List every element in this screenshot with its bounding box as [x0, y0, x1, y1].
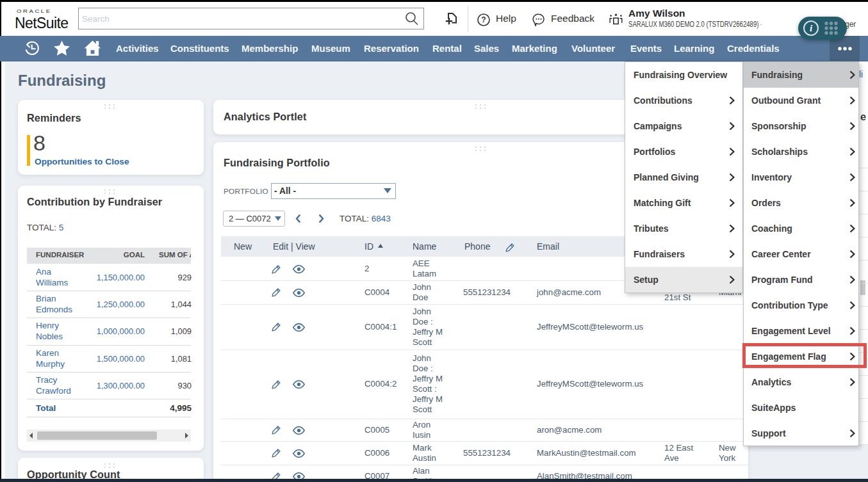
- svg-text:?: ?: [481, 15, 486, 24]
- svg-text:i: i: [810, 23, 813, 33]
